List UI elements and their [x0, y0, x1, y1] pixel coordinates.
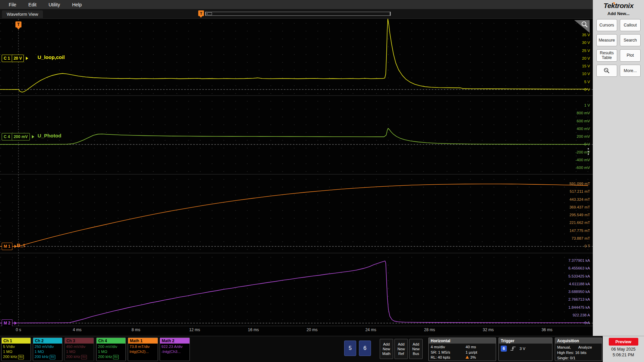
waveform-canvas[interactable] [0, 19, 593, 326]
trigger-flag[interactable]: T [15, 21, 21, 27]
menu-utility[interactable]: Utility [43, 1, 65, 8]
channel-badge-ch4[interactable]: Ch 4200 mV/div1 MΩ200 kHzBw [96, 338, 126, 361]
channel-badge-math2[interactable]: Math 2922.23 A/div-Intg(Ch3... [160, 338, 190, 361]
preview-button[interactable]: Preview [609, 338, 638, 346]
channel-badge-math1[interactable]: Math 173.8 mT/divIntg(Ch2)... [128, 338, 158, 361]
channel-badge-ch3[interactable]: Ch 3450 mV/div1 MΩ200 kHzBw [64, 338, 94, 361]
horizontal-values: 4 ms/div40 msSR: 1 MS/s1 µs/ptRL: 40 kpt… [429, 344, 496, 361]
math2-badge-arrow-icon [14, 321, 17, 325]
channel-settings: 73.8 mT/divIntg(Ch2)... [128, 344, 158, 355]
math1-handle-badge[interactable]: M 1 [2, 243, 12, 250]
channel-name: Ch 3 [65, 338, 94, 344]
panel-drag-handle[interactable] [588, 147, 589, 156]
math2-trace[interactable] [0, 261, 588, 323]
record-view-bar[interactable] [205, 12, 391, 16]
channel-name: Ch 1 [2, 338, 31, 344]
channel-6-button[interactable]: 6 [359, 341, 371, 356]
side-buttons: CursorsCalloutMeasureSearchResults Table… [593, 16, 644, 80]
record-trigger-marker[interactable]: T [198, 10, 204, 16]
channel-name: Math 2 [160, 338, 190, 344]
waveform-view-tab[interactable]: Waveform View [2, 10, 43, 18]
tekscope-app: FileEditUtilityHelp Waveform View T T 35… [0, 0, 644, 362]
time-axis: 0 s4 ms8 ms12 ms16 ms20 ms24 ms28 ms32 m… [0, 326, 593, 336]
horizontal-title: Horizontal [429, 338, 496, 344]
channel-5-button[interactable]: 5 [344, 341, 356, 356]
channel-setting-line: 1 MΩ [3, 349, 29, 354]
time-tick-label: 24 ms [365, 327, 376, 332]
menu-edit[interactable]: Edit [23, 1, 42, 8]
bandwidth-limit-icon: Bw [18, 355, 24, 359]
time-tick-label: 32 ms [483, 327, 494, 332]
channel-setting-line: 922.23 A/div [161, 344, 188, 349]
cursors-button[interactable]: Cursors [596, 19, 617, 31]
add-new-bus-button[interactable]: AddNewBus [409, 339, 423, 359]
ch1-badge-label: C 1 [2, 55, 12, 61]
channel-badge-ch2[interactable]: Ch 2250 mV/div1 MΩ200 kHzBw [33, 338, 62, 361]
bottom-bar: Ch 15 V/div1 MΩ200 kHzBwCh 2250 mV/div1 … [0, 336, 603, 362]
acquisition-mode: Manual, [557, 345, 571, 350]
math2-badge-label: M 2 [2, 320, 12, 326]
ch4-trace[interactable] [0, 128, 588, 144]
ch4-badge-scale: 200 mV [12, 134, 30, 140]
channel-setting-line: 200 kHzBw [3, 354, 29, 359]
trigger-panel[interactable]: Trigger 6 3 V [498, 338, 552, 361]
right-panel: Tektronix Add New... CursorsCalloutMeasu… [593, 0, 644, 336]
horizontal-value: RL: 40 kpts [431, 355, 466, 360]
channel-badge-ch1[interactable]: Ch 15 V/div1 MΩ200 kHzBw [1, 338, 31, 361]
plot-button[interactable]: Plot [620, 49, 641, 62]
horizontal-value: 40 ms [466, 345, 494, 350]
channel-setting-line: 200 kHzBw [35, 354, 61, 359]
date-label: 06 May 2025 [603, 347, 644, 352]
add-new-ref-button[interactable]: AddNewRef [394, 339, 408, 359]
time-tick-label: 8 ms [131, 327, 140, 332]
search-button[interactable]: Search [620, 34, 641, 46]
waveform-plot[interactable]: T 35 V30 V25 V20 V15 V10 V5 V0 VC 120 VU… [0, 19, 593, 326]
horizontal-panel[interactable]: Horizontal 4 ms/div40 msSR: 1 MS/s1 µs/p… [428, 338, 496, 361]
time-tick-label: 16 ms [248, 327, 259, 332]
ch4-handle-badge[interactable]: C 4200 mV [2, 133, 30, 140]
channel-setting-line: -Intg(Ch3... [161, 349, 188, 354]
horizontal-value: 1 µs/pt [466, 350, 494, 355]
time-label: 5:06:21 PM [603, 352, 644, 358]
bandwidth-limit-icon: Bw [113, 355, 119, 359]
add-new-math-button[interactable]: AddNewMath [380, 339, 393, 359]
menu-help[interactable]: Help [67, 1, 87, 8]
channel-name: Math 1 [128, 338, 158, 344]
math2-handle-badge[interactable]: M 2 [2, 319, 12, 327]
horizontal-value: SR: 1 MS/s [431, 350, 466, 355]
menu-bar: FileEditUtilityHelp [0, 0, 593, 9]
add-new-heading: Add New... [593, 11, 644, 16]
zoom-corner-icon[interactable] [574, 20, 590, 33]
callout-button[interactable]: Callout [620, 19, 641, 31]
more-button[interactable]: More... [620, 65, 641, 77]
time-tick-label: 28 ms [424, 327, 435, 332]
channel-settings: 922.23 A/div-Intg(Ch3... [160, 344, 190, 355]
acquisition-single: Single: 0/1 [557, 355, 600, 361]
ch1-waveform-label[interactable]: U_loop,coil [38, 54, 65, 60]
ch1-handle-badge[interactable]: C 120 V [2, 55, 24, 62]
zoom-search-button[interactable] [596, 65, 617, 77]
ch1-badge-arrow-icon [26, 57, 28, 60]
compression-warning-icon [466, 356, 469, 359]
results-table-button[interactable]: Results Table [596, 49, 617, 62]
status-block: Preview 06 May 2025 5:06:21 PM [603, 336, 644, 362]
math1-waveform-label[interactable]: B_t [17, 242, 25, 248]
acquisition-analyze: Analyze [578, 345, 592, 350]
bandwidth-limit-icon: Bw [81, 355, 87, 359]
rising-edge-icon [510, 346, 517, 351]
acquisition-resolution: High Res: 16 bits [557, 350, 600, 355]
ch4-badge-label: C 4 [2, 134, 12, 140]
expansion-point-icon [207, 12, 212, 15]
waveform-view-header: Waveform View T [0, 9, 593, 19]
trigger-source-badge[interactable]: 6 [501, 346, 507, 352]
math1-trace[interactable] [0, 184, 588, 246]
bandwidth-limit-icon: Bw [50, 355, 55, 359]
measure-button[interactable]: Measure [596, 34, 617, 46]
menu-file[interactable]: File [3, 1, 22, 8]
acquisition-panel[interactable]: Acquisition Manual, Analyze High Res: 16… [555, 338, 602, 361]
ch1-trace[interactable] [0, 19, 588, 92]
trigger-level: 3 V [520, 347, 525, 351]
channel-setting-line: 1 MΩ [66, 349, 92, 354]
ch4-waveform-label[interactable]: U_Photod [38, 133, 61, 138]
channel-settings: 450 mV/div1 MΩ200 kHzBw [65, 344, 94, 360]
